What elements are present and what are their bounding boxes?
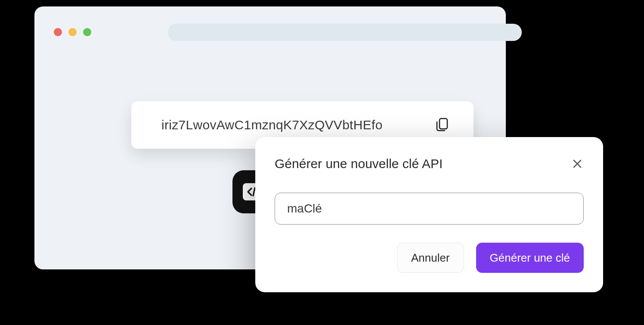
- key-name-input[interactable]: [275, 193, 584, 225]
- api-key-value: iriz7LwovAwC1mznqK7XzQVVbtHEfo: [161, 118, 383, 132]
- window-controls: [54, 28, 91, 36]
- dialog-actions: Annuler Générer une clé: [275, 243, 584, 273]
- generate-button[interactable]: Générer une clé: [476, 243, 584, 273]
- address-bar[interactable]: [168, 24, 522, 41]
- window-maximize-dot[interactable]: [83, 28, 91, 36]
- close-icon: [573, 159, 582, 169]
- copy-button[interactable]: [434, 117, 450, 133]
- cancel-button[interactable]: Annuler: [397, 243, 464, 273]
- copy-icon: [436, 118, 449, 132]
- generate-api-key-dialog: Générer une nouvelle clé API Annuler Gén…: [255, 137, 603, 292]
- svg-rect-0: [440, 119, 447, 129]
- window-minimize-dot[interactable]: [68, 28, 77, 36]
- dialog-title: Générer une nouvelle clé API: [275, 156, 443, 171]
- window-close-dot[interactable]: [54, 28, 62, 36]
- close-button[interactable]: [571, 157, 584, 170]
- dialog-header: Générer une nouvelle clé API: [275, 156, 584, 171]
